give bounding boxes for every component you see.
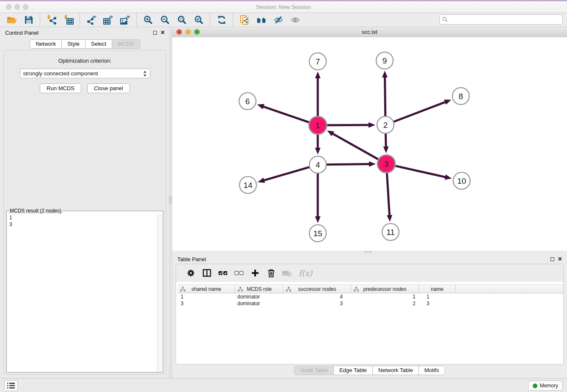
show-columns-button[interactable] [199, 266, 215, 280]
create-column-button[interactable] [247, 266, 263, 280]
import-network-button[interactable] [43, 13, 60, 27]
control-panel-float-icon[interactable] [153, 31, 157, 35]
search-input[interactable] [439, 14, 563, 25]
svg-text:4: 4 [316, 160, 320, 169]
tab-style[interactable]: Style [62, 39, 85, 49]
tab-node-table[interactable]: Node Table [294, 366, 334, 375]
zoom-selected-button[interactable] [190, 13, 207, 27]
graph-node-4[interactable]: 4 [309, 156, 326, 173]
export-table-icon [103, 15, 114, 25]
import-table-icon [63, 15, 74, 25]
task-history-button[interactable] [4, 380, 18, 391]
export-network-icon [86, 15, 97, 25]
graph-node-3[interactable]: 3 [377, 155, 395, 173]
column-header-successor-nodes[interactable]: successor nodes [284, 285, 351, 293]
graph-edge-1-2[interactable] [327, 122, 375, 128]
graph-edge-4-15[interactable] [315, 174, 321, 223]
search-field-wrap [439, 14, 563, 25]
tab-edge-table[interactable]: Edge Table [334, 366, 373, 375]
graph-edge-3-10[interactable] [395, 166, 451, 180]
table-cell[interactable]: 4 [284, 294, 351, 300]
svg-text:14: 14 [243, 181, 253, 190]
node-table-container: f(x) shared nameMCDS rolesuccessor nodes… [176, 264, 564, 364]
delete-column-button[interactable] [263, 266, 279, 280]
memory-button[interactable]: Memory [528, 381, 563, 391]
graph-edge-2-3[interactable] [383, 134, 389, 153]
table-cell[interactable]: 3 [419, 301, 456, 306]
open-session-button[interactable] [3, 13, 20, 27]
graph-edge-1-7[interactable] [315, 72, 321, 116]
table-panel-float-icon[interactable] [550, 257, 554, 261]
graph-edge-4-3[interactable] [327, 161, 376, 167]
graph-edge-3-1[interactable] [327, 130, 378, 159]
table-cell[interactable]: 2 [351, 301, 419, 306]
graph-edge-4-14[interactable] [258, 167, 309, 183]
export-table-button[interactable] [100, 13, 117, 27]
table-panel-close-icon[interactable]: × [558, 257, 562, 262]
graph-node-9[interactable]: 9 [376, 52, 393, 69]
import-table-button[interactable] [60, 13, 77, 27]
zoom-fit-button[interactable] [173, 13, 190, 27]
export-image-button[interactable] [117, 13, 134, 27]
zoom-in-button[interactable] [140, 13, 157, 27]
graph-edge-3-11[interactable] [387, 173, 392, 222]
table-row[interactable]: 1dominator411 [178, 293, 563, 300]
graph-edge-2-8[interactable] [394, 99, 451, 121]
main-toolbar [0, 13, 567, 27]
result-scrollbar[interactable] [157, 214, 162, 372]
graph-node-1[interactable]: 1 [309, 116, 327, 134]
criterion-select[interactable]: strongly connected component [20, 69, 150, 78]
control-panel-close-icon[interactable]: × [161, 30, 165, 35]
show-all-button[interactable] [287, 13, 304, 27]
window-title: Session: New Session [0, 4, 567, 10]
unselect-all-button[interactable] [231, 266, 247, 280]
optimization-criterion-label: Optimization criterion: [4, 58, 166, 64]
table-cell[interactable]: 1 [178, 294, 235, 300]
export-image-icon [120, 15, 131, 25]
refresh-network-button[interactable] [213, 13, 230, 27]
graph-node-6[interactable]: 6 [239, 93, 256, 110]
table-cell[interactable]: 1 [351, 294, 419, 300]
graph-edge-1-4[interactable] [315, 135, 321, 155]
panel-splitter-horizontal[interactable] [172, 251, 567, 254]
eye-icon [290, 15, 300, 25]
export-network-button[interactable] [83, 13, 100, 27]
graph-node-8[interactable]: 8 [452, 88, 469, 105]
tab-mcds[interactable]: MCDS [112, 39, 140, 49]
graph-edge-1-6[interactable] [257, 104, 309, 122]
graph-node-7[interactable]: 7 [309, 53, 326, 70]
graph-node-10[interactable]: 10 [453, 172, 470, 189]
tab-network[interactable]: Network [30, 39, 62, 49]
save-session-button[interactable] [20, 13, 37, 27]
graph-edge-2-9[interactable] [382, 71, 388, 116]
table-cell[interactable]: 1 [419, 294, 456, 300]
table-row[interactable]: 3dominator323 [178, 300, 563, 307]
tab-network-table[interactable]: Network Table [373, 366, 419, 375]
tab-select[interactable]: Select [85, 39, 112, 49]
table-cell[interactable]: 3 [178, 301, 235, 306]
first-neighbors-button[interactable] [253, 13, 270, 27]
table-settings-button[interactable] [183, 266, 199, 280]
graph-node-14[interactable]: 14 [239, 177, 256, 193]
graph-node-15[interactable]: 15 [309, 225, 326, 242]
graph-node-11[interactable]: 11 [382, 224, 399, 240]
clone-network-button[interactable] [236, 13, 253, 27]
network-canvas[interactable]: 7968124314101511 [172, 37, 567, 251]
zoom-out-button[interactable] [157, 13, 173, 27]
table-cell[interactable]: dominator [235, 294, 284, 300]
close-panel-button[interactable]: Close panel [87, 83, 130, 93]
column-header-name[interactable]: name [419, 285, 456, 293]
column-header-shared-name[interactable]: shared name [178, 285, 235, 293]
graph-node-2[interactable]: 2 [377, 116, 394, 133]
criterion-select-value: strongly connected component [23, 70, 143, 77]
table-cell[interactable]: 3 [284, 301, 351, 306]
svg-text:1: 1 [316, 121, 320, 130]
column-header-MCDS-role[interactable]: MCDS role [235, 285, 284, 293]
column-header-predecessor-nodes[interactable]: predecessor nodes [351, 285, 419, 293]
refresh-icon [217, 15, 227, 25]
run-mcds-button[interactable]: Run MCDS [40, 83, 81, 93]
table-cell[interactable]: dominator [235, 301, 284, 306]
select-all-button[interactable] [215, 266, 231, 280]
tab-motifs[interactable]: Motifs [419, 366, 445, 375]
hide-selected-button[interactable] [270, 13, 287, 27]
